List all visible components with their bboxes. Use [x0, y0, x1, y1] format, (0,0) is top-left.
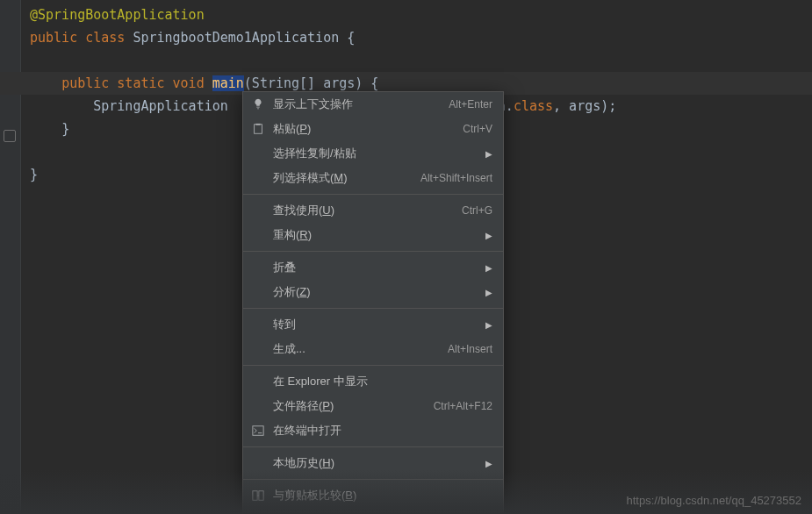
menu-label: 本地历史(H): [273, 455, 478, 471]
menu-item-8[interactable]: 转到▶: [243, 312, 503, 337]
menu-item-12[interactable]: 在终端中打开: [243, 418, 503, 443]
menu-icon-empty: [250, 375, 266, 389]
menu-icon-empty: [250, 285, 266, 299]
menu-icon-empty: [250, 399, 266, 413]
class-name: SpringbootDemo1Application: [133, 30, 339, 46]
args-rest: , args);: [553, 98, 616, 114]
brace-close: }: [30, 167, 38, 182]
context-menu: 显示上下文操作Alt+Enter粘贴(P)Ctrl+V选择性复制/粘贴▶列选择模…: [242, 91, 504, 514]
menu-shortcut: Ctrl+V: [463, 123, 492, 135]
menu-item-0[interactable]: 显示上下文操作Alt+Enter: [243, 92, 503, 117]
menu-separator: [243, 365, 503, 366]
menu-shortcut: Ctrl+G: [462, 204, 492, 217]
submenu-arrow-icon: ▶: [485, 149, 492, 159]
svg-rect-2: [253, 426, 263, 436]
call-expression: SpringApplication: [93, 98, 228, 114]
menu-item-10[interactable]: 在 Explorer 中显示: [243, 369, 503, 394]
menu-item-5[interactable]: 重构(R)▶: [243, 223, 503, 247]
menu-label: 查找使用(U): [273, 203, 462, 218]
submenu-arrow-icon: ▶: [485, 263, 492, 273]
dot: .: [506, 98, 514, 114]
submenu-arrow-icon: ▶: [485, 459, 492, 468]
menu-icon-empty: [250, 203, 266, 218]
menu-item-1[interactable]: 粘贴(P)Ctrl+V: [243, 117, 503, 141]
menu-item-9[interactable]: 生成...Alt+Insert: [243, 337, 503, 361]
keyword-static: static: [117, 75, 164, 91]
brace-close: }: [61, 121, 69, 137]
menu-icon-empty: [250, 171, 266, 185]
keyword-public: public: [61, 75, 109, 91]
blank-line: [0, 49, 812, 72]
menu-item-7[interactable]: 分析(Z)▶: [243, 280, 503, 304]
menu-icon-empty: [250, 228, 266, 242]
menu-label: 显示上下文操作: [273, 96, 449, 112]
menu-separator: [243, 251, 503, 252]
submenu-arrow-icon: ▶: [485, 231, 492, 240]
paste-icon: [250, 122, 266, 136]
params: (String[] args) {: [244, 75, 379, 91]
menu-label: 生成...: [273, 341, 448, 357]
menu-shortcut: Alt+Insert: [448, 343, 492, 355]
menu-item-11[interactable]: 文件路径(P)Ctrl+Alt+F12: [243, 394, 503, 418]
keyword-void: void: [173, 75, 205, 91]
menu-label: 折叠: [273, 260, 478, 275]
method-main: main: [212, 75, 244, 91]
menu-item-6[interactable]: 折叠▶: [243, 255, 503, 280]
menu-separator: [243, 194, 503, 195]
menu-item-3[interactable]: 列选择模式(M)Alt+Shift+Insert: [243, 166, 503, 190]
menu-icon-empty: [250, 146, 266, 161]
menu-shortcut: Alt+Enter: [449, 98, 492, 111]
watermark-text: https://blog.csdn.net/qq_45273552: [627, 494, 802, 507]
bottom-gradient: [0, 470, 812, 514]
menu-shortcut: Ctrl+Alt+F12: [434, 400, 492, 412]
menu-label: 重构(R): [273, 227, 478, 243]
svg-rect-1: [255, 124, 260, 125]
menu-separator: [243, 308, 503, 309]
submenu-arrow-icon: ▶: [485, 320, 492, 330]
brace-open: {: [347, 30, 355, 46]
menu-icon-empty: [250, 342, 266, 356]
menu-item-4[interactable]: 查找使用(U)Ctrl+G: [243, 198, 503, 223]
keyword-public: public: [30, 30, 77, 46]
menu-separator: [243, 446, 503, 447]
menu-icon-empty: [250, 456, 266, 470]
menu-label: 分析(Z): [273, 284, 478, 300]
menu-label: 列选择模式(M): [273, 170, 420, 186]
terminal-icon: [250, 424, 266, 438]
menu-icon-empty: [250, 261, 266, 275]
menu-label: 在终端中打开: [273, 423, 492, 439]
menu-icon-empty: [250, 318, 266, 332]
menu-shortcut: Alt+Shift+Insert: [420, 172, 492, 184]
keyword-class: class: [85, 30, 125, 46]
svg-rect-0: [255, 125, 262, 134]
menu-item-2[interactable]: 选择性复制/粘贴▶: [243, 141, 503, 166]
menu-label: 转到: [273, 317, 478, 332]
keyword-class: class: [514, 98, 553, 114]
menu-label: 选择性复制/粘贴: [273, 146, 478, 161]
menu-label: 在 Explorer 中显示: [273, 374, 492, 389]
menu-label: 粘贴(P): [273, 121, 463, 137]
annotation-token: @SpringBootApplication: [30, 7, 205, 23]
submenu-arrow-icon: ▶: [485, 288, 492, 297]
menu-label: 文件路径(P): [273, 398, 434, 414]
bulb-icon: [250, 97, 266, 111]
